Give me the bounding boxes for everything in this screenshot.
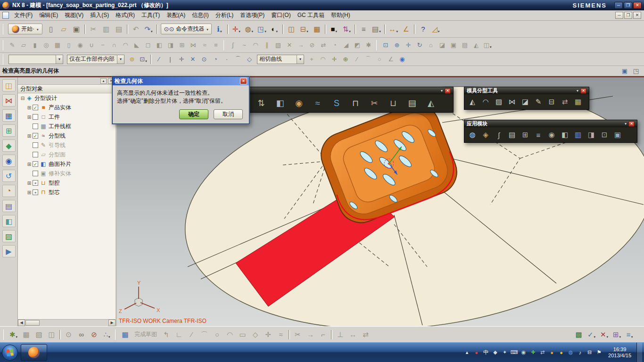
- intersect-button[interactable]: ∩: [108, 40, 120, 51]
- synchronize-window-button[interactable]: ⇅▾: [340, 23, 353, 35]
- toolbar-grip[interactable]: [3, 329, 5, 340]
- selection-mode-button[interactable]: ⊡▾: [138, 54, 149, 65]
- tree-item[interactable]: ⊞✓◧曲面补片: [18, 159, 116, 169]
- dropdown-arrow-icon[interactable]: ▾: [252, 30, 254, 35]
- action-center-flag-icon[interactable]: ⚑: [595, 348, 603, 357]
- new-file-button[interactable]: ▯: [45, 23, 58, 35]
- gc-part-check-button[interactable]: ✓▾: [585, 328, 598, 341]
- menu-item[interactable]: 首选项(P): [237, 10, 268, 21]
- edit-parting-button[interactable]: ✎: [532, 96, 545, 108]
- tray-tool-icon[interactable]: ◉: [520, 348, 528, 357]
- toolbar-grip[interactable]: [115, 329, 117, 340]
- menu-item[interactable]: 信息(I): [189, 10, 212, 21]
- menu-item[interactable]: 格式(R): [112, 10, 138, 21]
- tree-item[interactable]: ⊞■⊓型芯: [18, 188, 116, 197]
- tree-item[interactable]: ⊞✓≈分型线: [18, 131, 116, 140]
- tree-item[interactable]: ▦工件线框: [18, 122, 116, 131]
- front-view-button[interactable]: ▣: [448, 40, 459, 51]
- expander-icon[interactable]: ⊞: [26, 133, 32, 139]
- document-system-icon[interactable]: [2, 12, 9, 19]
- polygon-button[interactable]: ◇: [249, 328, 262, 341]
- point-button[interactable]: ✛: [262, 328, 274, 341]
- snapshot-view-button[interactable]: ◫▾: [482, 40, 493, 51]
- circle-tool-button[interactable]: ○: [374, 54, 385, 65]
- drafting-module-button[interactable]: ▤: [506, 129, 518, 141]
- toolbar-close-button[interactable]: ✕: [445, 88, 451, 94]
- reuse-library-button[interactable]: ⊞: [2, 124, 16, 137]
- rectangle-button[interactable]: ▭: [236, 328, 249, 341]
- view-section-button[interactable]: ◫: [285, 23, 298, 35]
- tree-horizontal-scrollbar[interactable]: ◀ ▶: [18, 319, 116, 326]
- through-curves-button[interactable]: ∫: [227, 40, 239, 51]
- zoom-button[interactable]: ⊕: [391, 40, 403, 51]
- line-tool-button[interactable]: ∕: [351, 54, 363, 65]
- make-corner-button[interactable]: ⌐: [317, 328, 330, 341]
- tree-item[interactable]: ⊟◈分型设计: [18, 93, 116, 103]
- ime-mode-icon[interactable]: ◆: [491, 348, 499, 357]
- toolbar-close-button[interactable]: ✕: [628, 121, 635, 127]
- quick-trim-button[interactable]: ✂: [291, 328, 304, 341]
- soft-keyboard-icon[interactable]: ⌨: [510, 348, 518, 357]
- browser-tray-icon[interactable]: ●: [557, 348, 565, 357]
- split-body-button[interactable]: ◨: [165, 40, 176, 51]
- volume-tray-icon[interactable]: ♪: [576, 348, 584, 357]
- dropdown-arrow-icon[interactable]: ▾: [108, 335, 110, 340]
- mold-parting-titlebar[interactable]: 模具分型工具 ▾ ✕: [464, 87, 589, 94]
- redo-button[interactable]: ↷▾: [142, 23, 155, 35]
- dimensions-button[interactable]: ↔: [347, 328, 359, 341]
- tree-checkbox[interactable]: ✓: [33, 133, 38, 139]
- show-hide-button[interactable]: ◍▾: [243, 23, 256, 35]
- menu-item[interactable]: 文件(F): [11, 10, 36, 21]
- gc-quick-check-button[interactable]: ▩: [572, 328, 585, 341]
- sync-tray-icon[interactable]: ⇄: [538, 348, 546, 357]
- modeling-module-button[interactable]: ◈: [479, 129, 492, 141]
- gate-design-button[interactable]: ◉: [290, 96, 308, 111]
- profile-button[interactable]: ∟: [173, 328, 185, 341]
- curve-patch-button[interactable]: ◠: [479, 96, 492, 108]
- create-pocket-button[interactable]: ⊔: [384, 96, 402, 111]
- snap-point-on-curve-button[interactable]: ⌒: [232, 54, 244, 65]
- surface-patch-button[interactable]: ▨: [493, 96, 505, 108]
- close-button[interactable]: ✕: [633, 2, 642, 9]
- dialog-titlebar[interactable]: 检查几何体 ✕: [113, 77, 249, 85]
- minimize-button[interactable]: ─: [614, 2, 623, 9]
- geometric-constraints-button[interactable]: ⊥: [334, 328, 347, 341]
- revolve-button[interactable]: ◎: [41, 40, 52, 51]
- arc-tool-button[interactable]: ⌒: [363, 54, 374, 65]
- slider-lifter-button[interactable]: ⇅: [252, 96, 270, 111]
- tree-item[interactable]: ✎引导线: [18, 140, 116, 150]
- tree-checkbox[interactable]: ✓: [33, 105, 38, 110]
- assembly-module-button[interactable]: ▥: [572, 129, 584, 141]
- tree-checkbox[interactable]: ■: [33, 180, 38, 186]
- replace-face-button[interactable]: ⇄: [318, 40, 329, 51]
- edge-blend-button[interactable]: ◠: [120, 40, 131, 51]
- taskbar-nx-button[interactable]: [21, 344, 47, 361]
- electrode-button[interactable]: ⊓: [347, 96, 364, 111]
- dropdown-arrow-icon[interactable]: ▾: [206, 28, 208, 33]
- tree-item[interactable]: ⊞□工件: [18, 112, 116, 122]
- dropdown-arrow-icon[interactable]: ▾: [145, 59, 147, 65]
- simulation-module-button[interactable]: ≡: [532, 129, 545, 141]
- start-button[interactable]: [2, 345, 18, 361]
- nx-tray-icon[interactable]: ●: [548, 348, 556, 357]
- tree-checkbox[interactable]: ■: [33, 189, 38, 195]
- parting-navigator-button[interactable]: ▦: [572, 96, 584, 108]
- assembly-navigator-button[interactable]: ◫: [2, 79, 16, 91]
- save-button[interactable]: ▣: [70, 23, 83, 35]
- sphere-display-button[interactable]: ⊙: [62, 328, 75, 341]
- panel-pin-button[interactable]: ▴: [100, 78, 107, 84]
- move-handle-button[interactable]: ✛: [329, 54, 340, 65]
- part-navigator-button[interactable]: ▦: [2, 109, 16, 122]
- broken-link-button[interactable]: ⊘: [88, 328, 100, 341]
- dropdown-arrow-icon[interactable]: ▾: [607, 335, 609, 340]
- menu-item[interactable]: 分析(L): [212, 10, 237, 21]
- tree-item[interactable]: ▣修补实体: [18, 169, 116, 178]
- tree-checkbox[interactable]: [33, 171, 38, 176]
- mechatronics-module-button[interactable]: ▣: [611, 129, 624, 141]
- combo-dropdown-icon[interactable]: ▾: [297, 55, 304, 64]
- isometric-view-button[interactable]: ◭: [471, 40, 482, 51]
- sketch-grid-button[interactable]: ▦: [119, 328, 132, 341]
- snap-quadrant-button[interactable]: ◔: [210, 54, 221, 65]
- wcs-globe-button[interactable]: ◉: [396, 54, 408, 65]
- expander-icon[interactable]: ⊞: [26, 162, 32, 167]
